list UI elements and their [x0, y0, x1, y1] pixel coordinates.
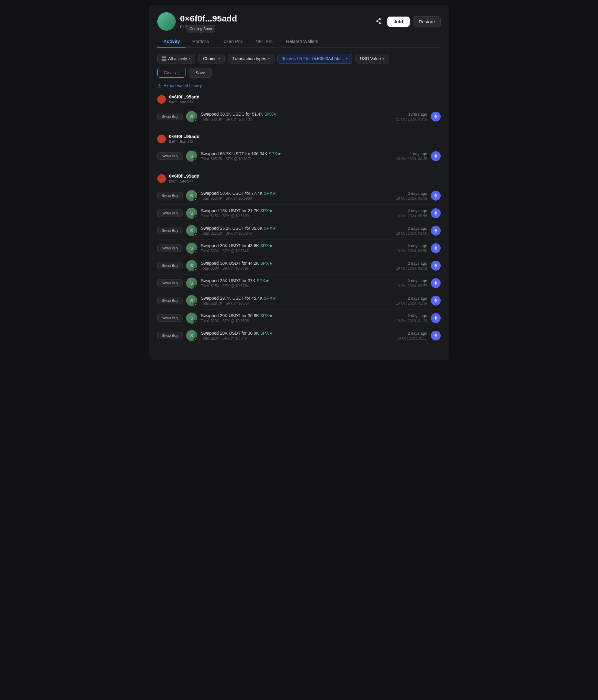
usd-value-chevron: ▾: [383, 57, 385, 61]
tx-desc: Swapped 29.7K USDT for 45.4K SPX★: [201, 296, 374, 301]
tabs: Activity Coming Soon Portfolio Token PnL…: [157, 35, 441, 48]
tx-star-badge: ★: [193, 285, 197, 289]
tx-desc: Swapped 25K USDT for 37K SPX★: [201, 278, 374, 283]
tx-token-name: SPX★: [260, 208, 273, 213]
restore-button[interactable]: Restore: [413, 16, 441, 27]
export-link[interactable]: Export wallet history: [157, 83, 441, 88]
tx-token-img: S ★: [186, 225, 197, 236]
tx-time: 1 day ago 20 Oct 2024, 00:35: [378, 152, 427, 161]
tx-badge: Swap Buy: [157, 245, 182, 252]
tx-time-ago: 2 days ago: [378, 244, 427, 248]
chain-icon: [431, 112, 441, 122]
tab-portfolio-wrapper: Coming Soon Portfolio: [186, 35, 215, 47]
tx-badge: Swap Buy: [157, 262, 182, 269]
tx-time: 2 days ago 19 Oct 2024, 05:56: [378, 208, 427, 218]
all-activity-filter[interactable]: All activity ▾: [157, 54, 196, 64]
tx-token-img: S ★: [186, 208, 197, 219]
tx-row: Swap Buy S ★ Swapped 20K USDT for 30.9K …: [157, 327, 441, 344]
tx-time-date: 19 Oct 2024, 03:59: [378, 231, 427, 235]
tx-sub: Total: $30K · SPX @ $0.6847: [201, 249, 374, 253]
share-button[interactable]: [372, 15, 384, 28]
tx-time-ago: 13 hrs ago: [378, 112, 427, 117]
tx-desc: Swapped 20K USDT for 30.9K SPX★: [201, 331, 374, 335]
usd-value-filter[interactable]: USD Value ▾: [356, 54, 389, 64]
tx-badge: Swap Buy: [157, 332, 182, 339]
tx-time-ago: 1 day ago: [378, 152, 427, 156]
copy-addr-icon-0[interactable]: ⧉: [190, 99, 192, 104]
tx-info: Swapped 20K USDT for 30.9K SPX★ Total: $…: [201, 331, 374, 341]
tx-sub: Total: $29.7K · SPX @ $0.654: [201, 301, 374, 305]
ethereum-icon: [433, 315, 439, 321]
tx-time-ago: 2 days ago: [378, 278, 427, 283]
tx-info: Swapped 25.1K USDT for 36.6K SPX★ Total:…: [201, 226, 374, 235]
tx-star-badge: ★: [193, 118, 197, 122]
tx-info: Swapped 25K USDT for 37K SPX★ Total: $25…: [201, 278, 374, 288]
tx-time-date: 21 Oct 2024, 03:59: [378, 117, 427, 122]
wallet-group-header-0: 0×6f0f...95add 0x6f...5add ⧉: [157, 94, 441, 104]
export-label: Export wallet history: [163, 83, 202, 88]
add-button[interactable]: Add: [387, 17, 410, 27]
all-activity-chevron: ▾: [189, 57, 191, 61]
tx-info: Swapped 53.4K USDT for 77.4K SPX★ Total:…: [201, 191, 374, 201]
tx-star-badge: ★: [193, 198, 197, 201]
tx-badge: Swap Buy: [157, 279, 182, 287]
wallet-group-name-0: 0×6f0f...95add: [169, 94, 200, 99]
tx-row: Swap Buy S ★ Swapped 30K USDT for 44.2K …: [157, 257, 441, 275]
tab-token-pnl[interactable]: Token PnL: [215, 35, 249, 48]
main-card: 0×6f0f...95add 0x6f...5add ⧉ Add Restore…: [149, 5, 449, 360]
tx-time-ago: 2 days ago: [378, 331, 427, 335]
wallet-group-2: 0×6f0f...95add 0x6f...5add ⧉ Swap Buy S …: [157, 173, 441, 344]
copy-addr-icon-2[interactable]: ⧉: [190, 178, 192, 183]
tx-token-img: S ★: [186, 260, 197, 271]
tx-star-badge: ★: [193, 302, 197, 306]
tokens-nfts-value: 0xE0f63A424a...: [312, 56, 344, 61]
wallet-group-name-2: 0×6f0f...95add: [169, 173, 200, 178]
tx-row: Swap Buy S ★ Swapped 65.7K USDT for 106.…: [157, 148, 441, 165]
tx-desc: Swapped 30K USDT for 43.6K SPX★: [201, 243, 374, 248]
chain-icon: [431, 243, 441, 253]
transaction-types-filter[interactable]: Transaction types ▾: [228, 54, 275, 64]
tx-star-badge: ★: [193, 338, 197, 341]
tx-token-name: SPX★: [264, 191, 276, 196]
tx-time-date: 19 Oct 2024, 05:56: [378, 214, 427, 218]
tx-badge: Swap Buy: [157, 227, 182, 234]
tx-time: 2 days ago 19 Oct 2024, 03:58: [378, 244, 427, 253]
tx-sub: Total: $30K · SPX @ $0.6795: [201, 266, 374, 271]
tx-token-img: S ★: [186, 330, 197, 341]
wallet-group-0: 0×6f0f...95add 0x6f...5add ⧉ Swap Buy S …: [157, 94, 441, 125]
tx-time: 2 days ago 19 Oct 2024, 05:59: [378, 191, 427, 201]
tx-badge: Swap Buy: [157, 152, 182, 160]
tx-sub: Total: $15K · SPX @ $0.6899: [201, 214, 374, 218]
tx-desc: Swapped 30K USDT for 44.2K SPX★: [201, 261, 374, 266]
tab-activity[interactable]: Activity: [157, 35, 186, 48]
tab-portfolio[interactable]: Portfolio: [186, 35, 215, 48]
chains-filter[interactable]: Chains ▾: [199, 54, 225, 64]
tx-token-name: SPX★: [264, 296, 276, 301]
tx-info: Swapped 15K USDT for 21.7K SPX★ Total: $…: [201, 208, 374, 218]
wallet-group-header-2: 0×6f0f...95add 0x6f...5add ⧉: [157, 173, 441, 183]
tx-info: Swapped 20K USDT for 30.8K SPX★ Total: $…: [201, 313, 374, 323]
chain-icon: [431, 278, 441, 288]
ethereum-icon: [433, 263, 439, 268]
clear-all-button[interactable]: Clear all: [157, 68, 186, 78]
tx-time: 2 days ago 19 Oct 2024, 01:...: [378, 331, 427, 341]
tokens-nfts-filter[interactable]: Tokens / NFTs: 0xE0f63A424a... ▾: [278, 54, 353, 64]
copy-addr-icon-1[interactable]: ⧉: [190, 139, 192, 144]
tx-sub: Total: $53.4K · SPX @ $0.6906: [201, 196, 374, 201]
tx-star-badge: ★: [193, 232, 197, 236]
tx-desc: Swapped 53.4K USDT for 77.4K SPX★: [201, 191, 374, 196]
tab-nft-pnl[interactable]: NFT PnL: [249, 35, 280, 48]
wallet-dot-1: [157, 135, 166, 143]
tx-star-badge: ★: [193, 320, 197, 324]
tokens-nfts-prefix: Tokens / NFTs:: [282, 56, 311, 61]
tx-token-name: SPX★: [257, 278, 269, 283]
tx-time-date: 19 Oct 2024, 01:34: [378, 319, 427, 323]
tx-time: 2 days ago 19 Oct 2024, 03:59: [378, 226, 427, 235]
tx-token-name: SPX★: [264, 226, 276, 231]
save-button[interactable]: Save: [189, 68, 212, 78]
wallet-group-info-1: 0×6f0f...95add 0x6f...5add ⧉: [169, 134, 200, 144]
tab-related-wallets[interactable]: Related Wallets: [280, 35, 324, 48]
tx-row: Swap Buy S ★ Swapped 30K USDT for 43.6K …: [157, 240, 441, 257]
tx-token-name: SPX★: [269, 151, 281, 156]
ethereum-icon: [433, 114, 439, 119]
